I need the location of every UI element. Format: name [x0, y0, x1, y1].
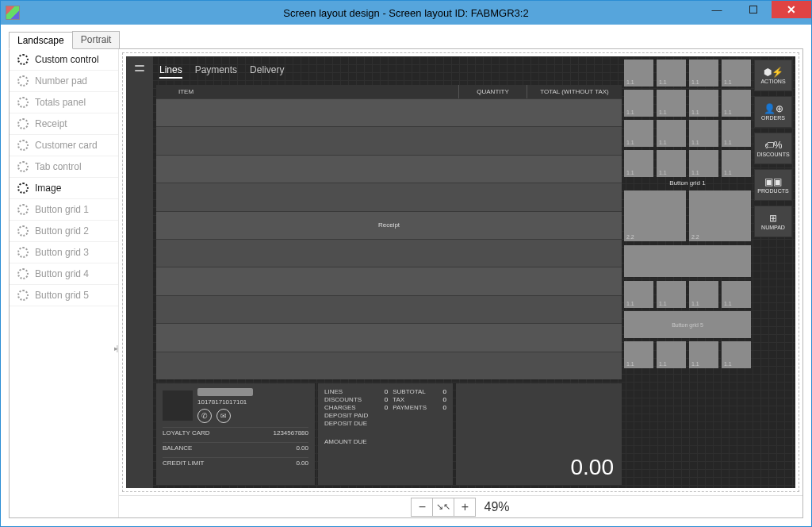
zoom-fit-button[interactable]: ↘↖: [432, 498, 454, 517]
palette-item-button-grid-3[interactable]: Button grid 3: [10, 242, 118, 264]
palette-item-number-pad[interactable]: Number pad: [10, 71, 118, 92]
action-numpad[interactable]: ⊞NUMPAD: [754, 206, 792, 237]
grid-cell[interactable]: 1.1: [657, 90, 686, 117]
customer-name-placeholder: [197, 388, 253, 396]
grid-cell[interactable]: [624, 245, 751, 277]
credit-limit-value: 0.00: [296, 460, 308, 467]
palette-item-customer-card[interactable]: Customer card: [10, 135, 118, 156]
grid-cell[interactable]: 1.1: [722, 281, 751, 308]
gear-icon: [17, 247, 29, 258]
grid-cell[interactable]: 1.1: [624, 281, 653, 308]
amount-due-panel[interactable]: 0.00: [456, 383, 622, 485]
button-grid-wide[interactable]: [624, 245, 751, 277]
gear-icon: [17, 161, 29, 172]
button-grid-5[interactable]: 1.11.11.11.1 Button grid 5 1.11.11.11.1: [624, 281, 751, 368]
zoom-value: 49%: [484, 500, 509, 514]
palette-item-image[interactable]: Image: [10, 178, 118, 199]
pos-left-rail[interactable]: [126, 56, 153, 488]
grid-cell[interactable]: 1.1: [657, 120, 686, 147]
grid-cell[interactable]: 2.2: [689, 190, 751, 241]
grid-cell[interactable]: 1.1: [722, 120, 751, 147]
pos-tab-delivery[interactable]: Delivery: [250, 64, 284, 79]
grid-cell[interactable]: 1.1: [689, 120, 718, 147]
grid-cell[interactable]: 1.1: [722, 150, 751, 177]
button-grid-1-top[interactable]: 1.11.11.11.1 1.11.11.11.1 1.11.11.11.1 1…: [624, 60, 751, 177]
canvas-scroll[interactable]: Lines Payments Delivery ITEM QUANTITY TO…: [119, 49, 802, 495]
mail-icon[interactable]: ✉: [216, 409, 231, 423]
grid-cell[interactable]: 1.1: [624, 60, 653, 87]
palette-label: Tab control: [35, 161, 82, 172]
action-orders[interactable]: 👤⊕ORDERS: [754, 96, 792, 128]
grid-cell[interactable]: 1.1: [657, 281, 686, 308]
palette-item-button-grid-1[interactable]: Button grid 1: [10, 199, 118, 221]
grid-cell[interactable]: Button grid 5: [624, 311, 751, 338]
tab-landscape[interactable]: Landscape: [9, 32, 73, 49]
grid-cell[interactable]: 2.2: [624, 190, 686, 241]
app-window: Screen layout design - Screen layout ID:…: [0, 0, 812, 527]
grid-cell[interactable]: 1.1: [624, 150, 653, 177]
receipt-area[interactable]: Receipt: [156, 98, 622, 379]
credit-limit-label: CREDIT LIMIT: [163, 460, 204, 467]
gear-icon: [17, 204, 29, 215]
minimize-button[interactable]: —: [699, 1, 735, 18]
button-grid-mid[interactable]: 2.2 2.2: [624, 190, 751, 241]
totals-panel-left[interactable]: LINES0 SUBTOTAL0 DISCOUNTS0 TAX0 CHARGES…: [318, 383, 453, 485]
grid-cell[interactable]: 1.1: [689, 60, 718, 87]
col-item: ITEM: [156, 85, 458, 98]
boxes-icon: ▣▣: [764, 177, 782, 187]
grid-cell[interactable]: 1.1: [657, 60, 686, 87]
grid-cell[interactable]: 1.1: [722, 90, 751, 117]
grid-cell[interactable]: 1.1: [689, 281, 718, 308]
grid-cell[interactable]: 1.1: [689, 341, 718, 368]
phone-icon[interactable]: ✆: [197, 409, 212, 423]
maximize-button[interactable]: [735, 1, 772, 18]
palette-item-custom-control[interactable]: Custom control: [10, 49, 118, 71]
pos-tab-lines[interactable]: Lines: [159, 64, 182, 79]
col-total: TOTAL (WITHOUT TAX): [527, 85, 622, 98]
palette-label: Button grid 5: [35, 290, 89, 301]
lines-label: LINES: [324, 388, 370, 395]
customer-number: 1017817101710​1: [197, 398, 253, 406]
amount-due-label: AMOUNT DUE: [324, 438, 446, 445]
customer-card[interactable]: 1017817101710​1 ✆ ✉ LOYALTY CARD12: [156, 383, 315, 485]
palette-item-tab-control[interactable]: Tab control: [10, 156, 118, 178]
palette-label: Number pad: [35, 75, 87, 87]
palette-item-button-grid-4[interactable]: Button grid 4: [10, 264, 118, 285]
palette-item-button-grid-2[interactable]: Button grid 2: [10, 221, 118, 242]
grid-cell[interactable]: 1.1: [624, 341, 653, 368]
payments-value: 0: [434, 404, 446, 411]
grid-cell[interactable]: 1.1: [689, 150, 718, 177]
zoom-bar: − ↘↖ + 49%: [119, 495, 802, 517]
close-button[interactable]: ✕: [772, 1, 811, 18]
action-label: ORDERS: [761, 115, 785, 121]
pos-center: Lines Payments Delivery ITEM QUANTITY TO…: [153, 56, 624, 488]
grid-cell[interactable]: 1.1: [624, 120, 653, 147]
action-products[interactable]: ▣▣PRODUCTS: [754, 169, 792, 201]
action-discounts[interactable]: 🏷%DISCOUNTS: [754, 133, 792, 164]
grid-cell[interactable]: 1.1: [722, 60, 751, 87]
tab-portrait[interactable]: Portrait: [72, 31, 121, 48]
palette-label: Image: [35, 183, 61, 194]
palette-label: Customer card: [35, 140, 98, 151]
pos-tab-payments[interactable]: Payments: [195, 64, 237, 79]
grid-cell[interactable]: 1.1: [624, 90, 653, 117]
palette-label: Button grid 3: [35, 247, 89, 258]
titlebar[interactable]: Screen layout design - Screen layout ID:…: [1, 1, 811, 25]
button-grids: 1.11.11.11.1 1.11.11.11.1 1.11.11.11.1 1…: [624, 60, 751, 485]
palette-item-button-grid-5[interactable]: Button grid 5: [10, 285, 118, 306]
zoom-out-button[interactable]: −: [411, 498, 433, 517]
grid-cell[interactable]: 1.1: [657, 150, 686, 177]
maximize-icon: [749, 6, 757, 13]
palette-item-totals-panel[interactable]: Totals panel: [10, 92, 118, 113]
grid-cell[interactable]: 1.1: [722, 341, 751, 368]
lines-value: 0: [375, 388, 388, 395]
receipt-grid-header: ITEM QUANTITY TOTAL (WITHOUT TAX): [156, 85, 622, 98]
grid-cell[interactable]: 1.1: [657, 341, 686, 368]
palette-expand-handle[interactable]: ▸|: [114, 344, 117, 352]
pos-layout[interactable]: Lines Payments Delivery ITEM QUANTITY TO…: [126, 56, 795, 488]
action-actions[interactable]: ⬢⚡ACTIONS: [754, 60, 792, 91]
palette-item-receipt[interactable]: Receipt: [10, 113, 118, 135]
bottom-panels: 1017817101710​1 ✆ ✉ LOYALTY CARD12: [156, 383, 622, 485]
grid-cell[interactable]: 1.1: [689, 90, 718, 117]
zoom-in-button[interactable]: +: [454, 498, 476, 517]
